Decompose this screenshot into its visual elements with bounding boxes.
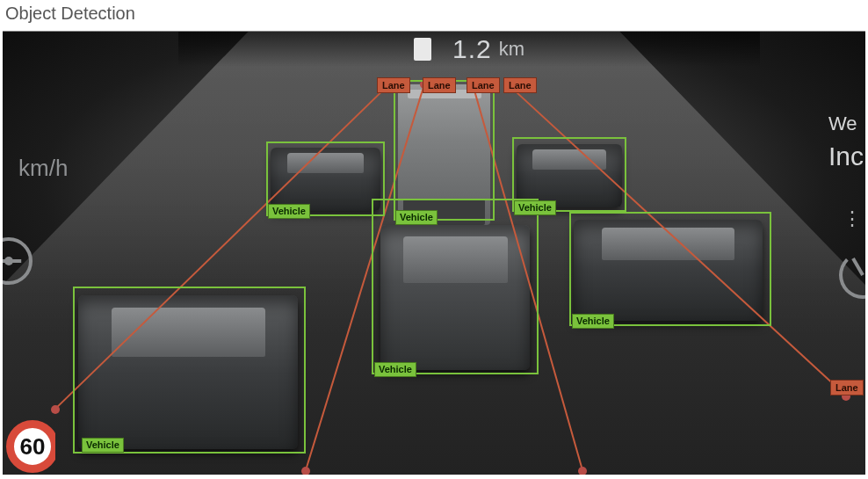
lane-outer-left-endpoint xyxy=(51,405,60,414)
hud-distance-unit: km xyxy=(499,38,524,61)
lane-outer-right-label-far: Lane xyxy=(830,380,864,396)
hud-indicator-icon xyxy=(414,38,431,61)
lane-outer-left-label: Lane xyxy=(377,77,410,93)
speed-limit-sign: 60 xyxy=(3,420,55,473)
vehicle-left-far-box xyxy=(73,287,306,454)
lane-inner-left-label: Lane xyxy=(423,77,456,93)
hud-right-line2: Inc xyxy=(828,138,864,175)
vehicle-center-ego-label: Vehicle xyxy=(374,362,416,377)
hud-right-info: We Inc xyxy=(828,111,864,175)
page-title: Object Detection xyxy=(0,0,868,31)
speed-limit-value: 60 xyxy=(20,433,46,461)
vehicle-right-mid-label: Vehicle xyxy=(514,200,556,215)
detection-viewport: LaneLaneLaneLaneLane VehicleVehicleVehic… xyxy=(3,31,865,475)
lane-inner-right-endpoint xyxy=(578,467,587,475)
vehicle-left-far-label: Vehicle xyxy=(82,438,124,453)
hud-speed-unit: km/h xyxy=(18,155,68,182)
lane-inner-right-label: Lane xyxy=(467,77,500,93)
hud-right-line1: We xyxy=(828,111,864,138)
vehicle-right-far-box xyxy=(569,212,771,326)
vehicle-left-mid-label: Vehicle xyxy=(268,204,310,219)
hud-right-dots-icon: ⋮ xyxy=(843,207,862,230)
hud-top-distance: 1.2 km xyxy=(178,32,760,67)
lane-outer-right-label: Lane xyxy=(503,77,537,93)
lane-inner-left-endpoint xyxy=(301,467,310,475)
vehicle-right-far-label: Vehicle xyxy=(572,314,614,329)
vehicle-truck-label: Vehicle xyxy=(395,210,438,225)
hud-distance-value: 1.2 xyxy=(452,34,492,64)
